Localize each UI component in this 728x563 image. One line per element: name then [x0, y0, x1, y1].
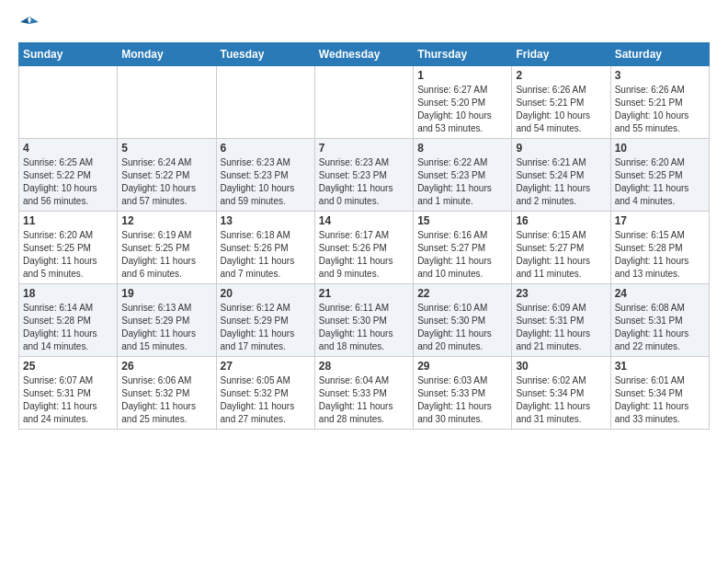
day-info: Sunrise: 6:23 AMSunset: 5:23 PMDaylight:… [221, 156, 311, 208]
day-info: Sunrise: 6:03 AMSunset: 5:33 PMDaylight:… [417, 374, 507, 426]
calendar-week-row: 4Sunrise: 6:25 AMSunset: 5:22 PMDaylight… [19, 139, 710, 212]
calendar-week-row: 25Sunrise: 6:07 AMSunset: 5:31 PMDayligh… [19, 357, 710, 430]
day-info: Sunrise: 6:15 AMSunset: 5:27 PMDaylight:… [516, 229, 606, 281]
svg-marker-0 [29, 17, 39, 24]
day-number: 17 [615, 214, 705, 227]
day-number: 1 [417, 69, 507, 82]
day-number: 27 [221, 360, 311, 373]
day-info: Sunrise: 6:11 AMSunset: 5:30 PMDaylight:… [319, 302, 409, 353]
calendar-day-header: Thursday [414, 43, 512, 66]
day-info: Sunrise: 6:12 AMSunset: 5:29 PMDaylight:… [221, 302, 311, 353]
day-number: 11 [23, 214, 113, 227]
day-info: Sunrise: 6:22 AMSunset: 5:23 PMDaylight:… [417, 156, 507, 208]
calendar-cell: 20Sunrise: 6:12 AMSunset: 5:29 PMDayligh… [216, 284, 314, 357]
day-number: 23 [516, 287, 606, 300]
calendar-cell: 2Sunrise: 6:26 AMSunset: 5:21 PMDaylight… [512, 66, 610, 139]
day-info: Sunrise: 6:20 AMSunset: 5:25 PMDaylight:… [615, 156, 705, 208]
calendar-week-row: 11Sunrise: 6:20 AMSunset: 5:25 PMDayligh… [19, 212, 710, 284]
calendar-cell: 22Sunrise: 6:10 AMSunset: 5:30 PMDayligh… [414, 284, 512, 357]
header [18, 15, 710, 33]
day-info: Sunrise: 6:15 AMSunset: 5:28 PMDaylight:… [615, 229, 705, 281]
day-number: 22 [417, 287, 507, 300]
calendar-cell: 31Sunrise: 6:01 AMSunset: 5:34 PMDayligh… [610, 357, 709, 430]
calendar-cell: 18Sunrise: 6:14 AMSunset: 5:28 PMDayligh… [19, 284, 118, 357]
day-number: 3 [615, 69, 705, 82]
day-info: Sunrise: 6:19 AMSunset: 5:25 PMDaylight:… [121, 229, 211, 281]
calendar-day-header: Tuesday [216, 43, 314, 66]
day-number: 21 [319, 287, 409, 300]
day-info: Sunrise: 6:09 AMSunset: 5:31 PMDaylight:… [516, 302, 606, 353]
calendar-week-row: 18Sunrise: 6:14 AMSunset: 5:28 PMDayligh… [19, 284, 710, 357]
calendar-cell: 8Sunrise: 6:22 AMSunset: 5:23 PMDaylight… [414, 139, 512, 212]
day-info: Sunrise: 6:01 AMSunset: 5:34 PMDaylight:… [615, 374, 705, 426]
logo-bird-icon [20, 15, 39, 33]
calendar-cell: 1Sunrise: 6:27 AMSunset: 5:20 PMDaylight… [414, 66, 512, 139]
day-info: Sunrise: 6:10 AMSunset: 5:30 PMDaylight:… [417, 302, 507, 353]
day-number: 4 [23, 142, 113, 155]
day-number: 28 [319, 360, 409, 373]
day-info: Sunrise: 6:24 AMSunset: 5:22 PMDaylight:… [121, 156, 211, 208]
calendar-cell: 5Sunrise: 6:24 AMSunset: 5:22 PMDaylight… [118, 139, 216, 212]
day-number: 24 [615, 287, 705, 300]
calendar-cell [19, 66, 118, 139]
day-info: Sunrise: 6:25 AMSunset: 5:22 PMDaylight:… [23, 156, 113, 208]
calendar-cell: 12Sunrise: 6:19 AMSunset: 5:25 PMDayligh… [118, 212, 216, 284]
calendar-cell: 25Sunrise: 6:07 AMSunset: 5:31 PMDayligh… [19, 357, 118, 430]
day-number: 18 [23, 287, 113, 300]
day-info: Sunrise: 6:27 AMSunset: 5:20 PMDaylight:… [417, 84, 507, 135]
day-info: Sunrise: 6:07 AMSunset: 5:31 PMDaylight:… [23, 374, 113, 426]
day-info: Sunrise: 6:04 AMSunset: 5:33 PMDaylight:… [319, 374, 409, 426]
calendar-cell: 21Sunrise: 6:11 AMSunset: 5:30 PMDayligh… [314, 284, 413, 357]
calendar-cell: 27Sunrise: 6:05 AMSunset: 5:32 PMDayligh… [216, 357, 314, 430]
calendar-cell: 14Sunrise: 6:17 AMSunset: 5:26 PMDayligh… [314, 212, 413, 284]
day-number: 6 [221, 142, 311, 155]
day-number: 13 [221, 214, 311, 227]
day-info: Sunrise: 6:13 AMSunset: 5:29 PMDaylight:… [121, 302, 211, 353]
day-number: 9 [516, 142, 606, 155]
calendar-table: SundayMondayTuesdayWednesdayThursdayFrid… [18, 42, 710, 430]
calendar-cell: 17Sunrise: 6:15 AMSunset: 5:28 PMDayligh… [610, 212, 709, 284]
day-number: 12 [121, 214, 211, 227]
day-number: 30 [516, 360, 606, 373]
calendar-cell: 28Sunrise: 6:04 AMSunset: 5:33 PMDayligh… [314, 357, 413, 430]
day-info: Sunrise: 6:21 AMSunset: 5:24 PMDaylight:… [516, 156, 606, 208]
day-info: Sunrise: 6:05 AMSunset: 5:32 PMDaylight:… [221, 374, 311, 426]
day-number: 29 [417, 360, 507, 373]
calendar-cell: 30Sunrise: 6:02 AMSunset: 5:34 PMDayligh… [512, 357, 610, 430]
calendar-cell: 13Sunrise: 6:18 AMSunset: 5:26 PMDayligh… [216, 212, 314, 284]
calendar-cell: 4Sunrise: 6:25 AMSunset: 5:22 PMDaylight… [19, 139, 118, 212]
calendar-week-row: 1Sunrise: 6:27 AMSunset: 5:20 PMDaylight… [19, 66, 710, 139]
day-number: 8 [417, 142, 507, 155]
calendar-day-header: Saturday [610, 43, 709, 66]
calendar-cell: 3Sunrise: 6:26 AMSunset: 5:21 PMDaylight… [610, 66, 709, 139]
day-info: Sunrise: 6:20 AMSunset: 5:25 PMDaylight:… [23, 229, 113, 281]
day-info: Sunrise: 6:17 AMSunset: 5:26 PMDaylight:… [319, 229, 409, 281]
day-number: 7 [319, 142, 409, 155]
calendar-cell [216, 66, 314, 139]
day-number: 5 [121, 142, 211, 155]
day-number: 25 [23, 360, 113, 373]
day-number: 10 [615, 142, 705, 155]
page: SundayMondayTuesdayWednesdayThursdayFrid… [0, 0, 728, 439]
day-info: Sunrise: 6:08 AMSunset: 5:31 PMDaylight:… [615, 302, 705, 353]
day-number: 16 [516, 214, 606, 227]
day-info: Sunrise: 6:06 AMSunset: 5:32 PMDaylight:… [121, 374, 211, 426]
calendar-cell: 16Sunrise: 6:15 AMSunset: 5:27 PMDayligh… [512, 212, 610, 284]
svg-marker-1 [20, 17, 29, 24]
calendar-cell [314, 66, 413, 139]
day-number: 31 [615, 360, 705, 373]
day-number: 14 [319, 214, 409, 227]
calendar-cell: 23Sunrise: 6:09 AMSunset: 5:31 PMDayligh… [512, 284, 610, 357]
day-info: Sunrise: 6:18 AMSunset: 5:26 PMDaylight:… [221, 229, 311, 281]
calendar-cell: 10Sunrise: 6:20 AMSunset: 5:25 PMDayligh… [610, 139, 709, 212]
day-number: 26 [121, 360, 211, 373]
calendar-day-header: Friday [512, 43, 610, 66]
calendar-cell: 15Sunrise: 6:16 AMSunset: 5:27 PMDayligh… [414, 212, 512, 284]
day-info: Sunrise: 6:26 AMSunset: 5:21 PMDaylight:… [516, 84, 606, 135]
day-info: Sunrise: 6:16 AMSunset: 5:27 PMDaylight:… [417, 229, 507, 281]
calendar-cell: 6Sunrise: 6:23 AMSunset: 5:23 PMDaylight… [216, 139, 314, 212]
day-info: Sunrise: 6:23 AMSunset: 5:23 PMDaylight:… [319, 156, 409, 208]
calendar-cell [118, 66, 216, 139]
calendar-cell: 29Sunrise: 6:03 AMSunset: 5:33 PMDayligh… [414, 357, 512, 430]
day-info: Sunrise: 6:14 AMSunset: 5:28 PMDaylight:… [23, 302, 113, 353]
